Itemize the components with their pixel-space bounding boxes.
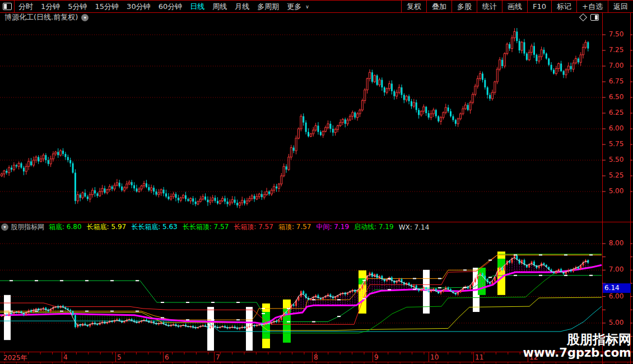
period-30min[interactable]: 30分钟	[123, 2, 155, 12]
stock-title: 博源化工(日线.前复权)	[0, 12, 78, 22]
watermark: 股朋指标网 www.7gpzb.com	[523, 333, 631, 360]
legend-item-longlong-box-bottom: 长长箱底: 5.63	[131, 222, 178, 232]
more-chevron-icon: ∨	[305, 4, 309, 10]
watermark-line2: www.7gpzb.com	[523, 347, 631, 360]
indicator-legend: ▾ 股朋指标网 箱底: 6.80长箱底: 5.97长长箱底: 5.63长长箱顶:…	[1, 223, 434, 231]
main-axis-label: 6.50	[603, 93, 629, 101]
title-bar: 博源化工(日线.前复权) ▾	[0, 12, 633, 22]
period-intraday[interactable]: 分时	[15, 2, 37, 12]
btn-add-watchlist[interactable]: +自选	[576, 1, 608, 12]
sub-axis-label: 8.00	[603, 239, 629, 247]
timeline-year-label: 2025年	[3, 353, 27, 363]
top-menu-bar: 分时1分钟5分钟15分钟30分钟60分钟日线周线月线多周期更多∨ 复权叠加多股统…	[0, 0, 633, 13]
month-label: 4	[63, 353, 68, 361]
legend-item-launch-line: 启动线: 7.19	[354, 222, 394, 232]
month-label: 7	[216, 353, 220, 361]
period-multi[interactable]: 多周期	[253, 2, 283, 12]
main-axis-label: 6.00	[603, 124, 629, 132]
legend-item-box-top: 箱顶: 7.57	[278, 222, 311, 232]
period-60min[interactable]: 60分钟	[155, 2, 187, 12]
split-window-icon[interactable]	[590, 14, 599, 21]
legend-item-wx-line: WX: 7.14	[399, 223, 430, 231]
main-axis-label: 5.25	[603, 171, 629, 179]
legend-source: 股朋指标网	[11, 222, 44, 232]
btn-multi-stock[interactable]: 多股	[452, 1, 477, 12]
btn-overlay[interactable]: 叠加	[426, 1, 452, 12]
period-5min[interactable]: 5分钟	[64, 2, 91, 12]
main-axis-label: 6.75	[603, 77, 629, 85]
btn-f10[interactable]: F10	[527, 1, 551, 12]
diamond-icon[interactable]	[579, 13, 587, 21]
btn-mark[interactable]: 标记	[551, 1, 576, 12]
period-daily[interactable]: 日线	[186, 2, 208, 12]
legend-item-longlong-box-top: 长长箱顶: 7.57	[183, 222, 229, 232]
month-label: 5	[117, 353, 122, 361]
main-axis-label: 7.25	[603, 46, 629, 54]
btn-back[interactable]: 返回	[608, 1, 633, 12]
sub-axis-label: 6.00	[603, 292, 629, 300]
main-axis-label: 6.25	[603, 109, 629, 116]
legend-item-long-box-bottom: 长箱底: 5.97	[87, 222, 127, 232]
month-label: 10	[430, 353, 439, 361]
current-value-tag: 6.14	[603, 283, 631, 293]
month-label: 6	[165, 353, 169, 361]
tool-menu: 复权叠加多股统计画线F10标记+自选返回	[401, 1, 633, 12]
period-15min[interactable]: 15分钟	[91, 2, 123, 12]
legend-item-long-box-top: 长箱顶: 7.57	[234, 222, 273, 232]
main-axis-label: 5.75	[603, 140, 629, 148]
more-menu[interactable]: 更多	[283, 2, 305, 12]
title-chevron-down-icon[interactable]: ▾	[81, 14, 89, 21]
main-axis-label: 7.00	[603, 62, 629, 69]
main-axis-label: 5.50	[603, 156, 629, 164]
month-label: 11	[475, 353, 483, 361]
btn-adjust[interactable]: 复权	[401, 1, 426, 12]
legend-item-middle-line: 中间: 7.19	[316, 222, 349, 232]
period-1min[interactable]: 1分钟	[37, 2, 64, 12]
legend-item-box-bottom: 箱底: 6.80	[49, 222, 82, 232]
legend-chevron-icon[interactable]: ▾	[1, 223, 8, 231]
layout-icon	[3, 3, 12, 10]
window-layout-cell[interactable]	[0, 1, 15, 12]
watermark-line1: 股朋指标网	[523, 333, 631, 347]
month-label: 8	[314, 353, 318, 361]
chart-canvas[interactable]	[0, 0, 633, 364]
period-weekly[interactable]: 周线	[208, 2, 231, 12]
btn-statistics[interactable]: 统计	[477, 1, 502, 12]
period-monthly[interactable]: 月线	[231, 2, 253, 12]
btn-draw-line[interactable]: 画线	[502, 1, 527, 12]
month-label: 9	[374, 353, 379, 361]
sub-axis-label: 5.00	[603, 319, 629, 326]
main-axis-label: 7.50	[603, 30, 629, 38]
chart-corner-icons	[580, 14, 599, 21]
period-menu: 分时1分钟5分钟15分钟30分钟60分钟日线周线月线多周期更多∨	[15, 1, 309, 12]
sub-axis-label: 7.00	[603, 265, 629, 273]
trading-app-window: 分时1分钟5分钟15分钟30分钟60分钟日线周线月线多周期更多∨ 复权叠加多股统…	[0, 0, 633, 364]
main-axis-label: 5.00	[603, 187, 629, 195]
